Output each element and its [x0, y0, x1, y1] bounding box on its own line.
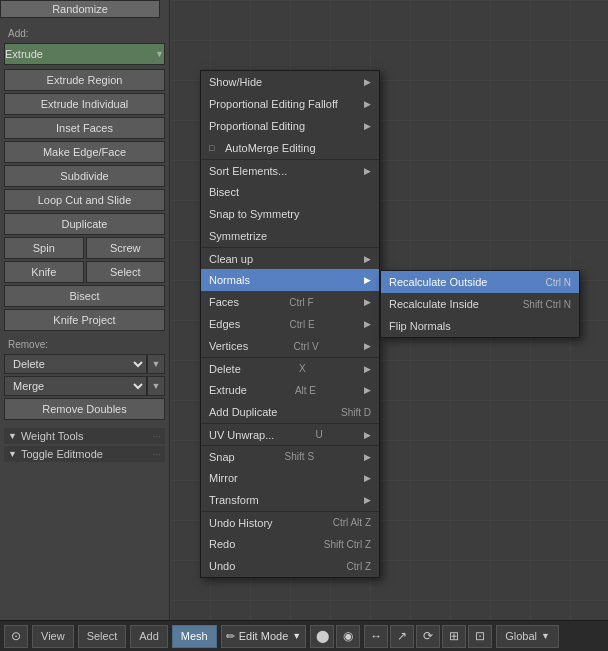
menu-item-label: AutoMerge Editing — [225, 142, 316, 154]
submenu-arrow-icon: ▶ — [364, 319, 371, 329]
transform-icons: ↔ ↗ ⟳ ⊞ ⊡ — [364, 625, 492, 648]
menu-shortcut: Ctrl V — [294, 341, 319, 352]
menu-item-mirror[interactable]: Mirror▶ — [201, 467, 379, 489]
menu-item-label: Edges — [209, 318, 240, 330]
menu-item-label: Add Duplicate — [209, 406, 278, 418]
normals-submenu-label: Recalculate Inside — [389, 298, 479, 310]
transform-icon-5[interactable]: ⊡ — [468, 625, 492, 648]
bisect-button[interactable]: Bisect — [4, 285, 165, 307]
submenu-arrow-icon: ▶ — [364, 452, 371, 462]
select-button[interactable]: Select — [86, 261, 166, 283]
merge-dropdown[interactable]: Merge — [4, 376, 147, 396]
menu-item-bisect[interactable]: Bisect — [201, 181, 379, 203]
menu-item-normals[interactable]: Normals▶ — [201, 269, 379, 291]
status-bar: ⊙ View Select Add Mesh ✏ Edit Mode ▼ ⬤ ◉… — [0, 620, 608, 651]
toggle-editmode-dots: ··· — [153, 449, 161, 460]
menu-item-edges[interactable]: EdgesCtrl E▶ — [201, 313, 379, 335]
submenu-arrow-icon: ▶ — [364, 77, 371, 87]
menu-item-proportional-editing[interactable]: Proportional Editing▶ — [201, 115, 379, 137]
select-status-button[interactable]: Select — [78, 625, 127, 648]
weight-tools-arrow: ▼ — [8, 431, 17, 441]
menu-item-automerge-editing[interactable]: □AutoMerge Editing — [201, 137, 379, 159]
screw-button[interactable]: Screw — [86, 237, 166, 259]
toggle-editmode-arrow: ▼ — [8, 449, 17, 459]
delete-dropdown[interactable]: Delete — [4, 354, 147, 374]
menu-item-label: Vertices — [209, 340, 248, 352]
menu-shortcut: Alt E — [295, 385, 316, 396]
loop-cut-button[interactable]: Loop Cut and Slide — [4, 189, 165, 211]
transform-icon-2[interactable]: ↗ — [390, 625, 414, 648]
menu-item-label: Undo — [209, 560, 235, 572]
submenu-arrow-icon: ▶ — [364, 341, 371, 351]
knife-button[interactable]: Knife — [4, 261, 84, 283]
menu-shortcut: Ctrl Z — [347, 561, 371, 572]
menu-item-delete[interactable]: DeleteX▶ — [201, 357, 379, 379]
randomize-button[interactable]: Randomize — [0, 0, 160, 18]
menu-item-add-duplicate[interactable]: Add DuplicateShift D — [201, 401, 379, 423]
menu-shortcut: Ctrl Alt Z — [333, 517, 371, 528]
normals-submenu-item-recalculate-inside[interactable]: Recalculate InsideShift Ctrl N — [381, 293, 579, 315]
menu-item-symmetrize[interactable]: Symmetrize — [201, 225, 379, 247]
transform-icon-3[interactable]: ⟳ — [416, 625, 440, 648]
global-dropdown[interactable]: Global ▼ — [496, 625, 559, 648]
extrude-region-button[interactable]: Extrude Region — [4, 69, 165, 91]
extrude-individual-button[interactable]: Extrude Individual — [4, 93, 165, 115]
normals-submenu-item-recalculate-outside[interactable]: Recalculate OutsideCtrl N — [381, 271, 579, 293]
weight-tools-header[interactable]: ▼ Weight Tools ··· — [4, 428, 165, 444]
remove-doubles-button[interactable]: Remove Doubles — [4, 398, 165, 420]
add-label: Add: — [4, 26, 165, 41]
menu-item-vertices[interactable]: VerticesCtrl V▶ — [201, 335, 379, 357]
view-button[interactable]: View — [32, 625, 74, 648]
submenu-arrow-icon: ▶ — [364, 495, 371, 505]
transform-icon-4[interactable]: ⊞ — [442, 625, 466, 648]
mesh-button[interactable]: Mesh — [172, 625, 217, 648]
menu-item-label: Sort Elements... — [209, 165, 287, 177]
submenu-arrow-icon: ▶ — [364, 430, 371, 440]
menu-item-proportional-editing-falloff[interactable]: Proportional Editing Falloff▶ — [201, 93, 379, 115]
mode-icon-button[interactable]: ⊙ — [4, 625, 28, 648]
menu-item-show-hide[interactable]: Show/Hide▶ — [201, 71, 379, 93]
submenu-arrow-icon: ▶ — [364, 297, 371, 307]
overlay-icon-button[interactable]: ◉ — [336, 625, 360, 648]
menu-item-redo[interactable]: RedoShift Ctrl Z — [201, 533, 379, 555]
make-edge-face-button[interactable]: Make Edge/Face — [4, 141, 165, 163]
menu-item-faces[interactable]: FacesCtrl F▶ — [201, 291, 379, 313]
menu-item-uv-unwrap---[interactable]: UV Unwrap...U▶ — [201, 423, 379, 445]
menu-item-label: Symmetrize — [209, 230, 267, 242]
spin-button[interactable]: Spin — [4, 237, 84, 259]
menu-item-label: Show/Hide — [209, 76, 262, 88]
normals-submenu-item-flip-normals[interactable]: Flip Normals — [381, 315, 579, 337]
menu-item-transform[interactable]: Transform▶ — [201, 489, 379, 511]
add-status-button[interactable]: Add — [130, 625, 168, 648]
transform-icon-1[interactable]: ↔ — [364, 625, 388, 648]
global-arrow-icon: ▼ — [541, 631, 550, 641]
normals-submenu: Recalculate OutsideCtrl NRecalculate Ins… — [380, 270, 580, 338]
menu-item-snap[interactable]: SnapShift S▶ — [201, 445, 379, 467]
menu-shortcut: Ctrl F — [289, 297, 313, 308]
inset-faces-button[interactable]: Inset Faces — [4, 117, 165, 139]
knife-project-button[interactable]: Knife Project — [4, 309, 165, 331]
duplicate-button[interactable]: Duplicate — [4, 213, 165, 235]
subdivide-button[interactable]: Subdivide — [4, 165, 165, 187]
toggle-editmode-label: Toggle Editmode — [21, 448, 103, 460]
toggle-editmode-header[interactable]: ▼ Toggle Editmode ··· — [4, 446, 165, 462]
menu-item-sort-elements---[interactable]: Sort Elements...▶ — [201, 159, 379, 181]
menu-item-extrude[interactable]: ExtrudeAlt E▶ — [201, 379, 379, 401]
shading-icon-button[interactable]: ⬤ — [310, 625, 334, 648]
extrude-button[interactable]: Extrude ▼ — [4, 43, 165, 65]
edit-mode-container[interactable]: ✏ Edit Mode ▼ — [221, 625, 306, 648]
menu-item-clean-up[interactable]: Clean up▶ — [201, 247, 379, 269]
menu-shortcut: Shift S — [285, 451, 314, 462]
submenu-arrow-icon: ▶ — [364, 364, 371, 374]
menu-item-snap-to-symmetry[interactable]: Snap to Symmetry — [201, 203, 379, 225]
viewport-icons: ⬤ ◉ — [310, 625, 360, 648]
menu-item-label: Faces — [209, 296, 239, 308]
weight-tools-dots: ··· — [153, 431, 161, 442]
menu-item-undo-history[interactable]: Undo HistoryCtrl Alt Z — [201, 511, 379, 533]
menu-item-undo[interactable]: UndoCtrl Z — [201, 555, 379, 577]
menu-item-label: Snap — [209, 451, 235, 463]
submenu-arrow-icon: ▶ — [364, 254, 371, 264]
menu-item-label: Undo History — [209, 517, 273, 529]
normals-submenu-shortcut: Ctrl N — [545, 277, 571, 288]
pencil-icon: ✏ — [226, 630, 235, 643]
